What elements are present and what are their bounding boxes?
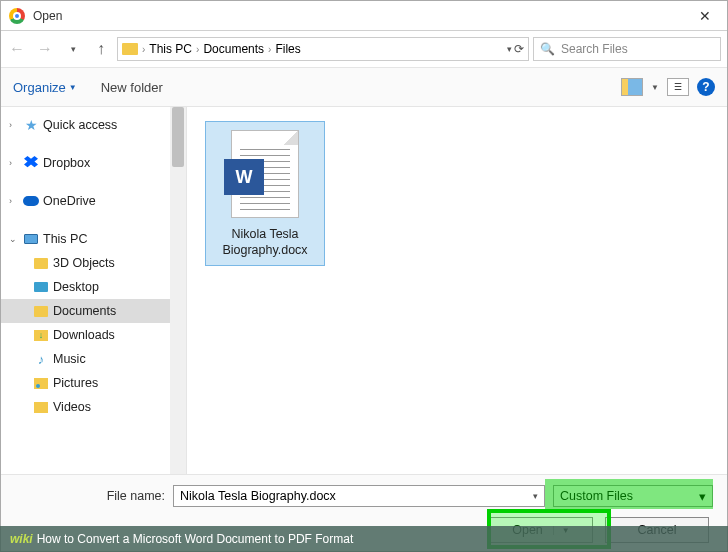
breadcrumb-item[interactable]: Files <box>275 42 300 56</box>
breadcrumb-item[interactable]: This PC <box>149 42 192 56</box>
sidebar-item-quick-access[interactable]: › ★ Quick access <box>1 113 186 137</box>
dropbox-icon <box>23 155 39 171</box>
sidebar-item-this-pc[interactable]: ⌄ This PC <box>1 227 186 251</box>
caret-icon: › <box>9 158 19 168</box>
caret-icon: › <box>9 196 19 206</box>
search-input[interactable]: 🔍 Search Files <box>533 37 721 61</box>
breadcrumb-item[interactable]: Documents <box>203 42 264 56</box>
sidebar-item-dropbox[interactable]: › Dropbox <box>1 151 186 175</box>
search-placeholder: Search Files <box>561 42 628 56</box>
downloads-icon <box>33 327 49 343</box>
file-pane[interactable]: W Nikola Tesla Biography.docx <box>187 107 727 474</box>
back-button[interactable]: ← <box>5 37 29 61</box>
filename-label: File name: <box>15 489 165 503</box>
view-controls: ▼ ☰ ? <box>621 78 715 96</box>
close-button[interactable]: ✕ <box>691 8 719 24</box>
chevron-down-icon: ▾ <box>699 489 706 504</box>
refresh-icon[interactable]: ⟳ <box>514 42 524 56</box>
titlebar: Open ✕ <box>1 1 727 31</box>
search-icon: 🔍 <box>540 42 555 56</box>
sidebar-item-onedrive[interactable]: › OneDrive <box>1 189 186 213</box>
up-button[interactable]: ↑ <box>89 37 113 61</box>
organize-button[interactable]: Organize ▼ <box>13 80 77 95</box>
sidebar-item-downloads[interactable]: Downloads <box>1 323 186 347</box>
file-name-label: Nikola Tesla Biography.docx <box>210 226 320 259</box>
caret-down-icon: ⌄ <box>9 234 19 244</box>
caret-icon: › <box>9 120 19 130</box>
file-item-selected[interactable]: W Nikola Tesla Biography.docx <box>205 121 325 266</box>
sidebar-item-pictures[interactable]: Pictures <box>1 371 186 395</box>
dialog-body: › ★ Quick access › Dropbox › OneDrive ⌄ … <box>1 107 727 474</box>
star-icon: ★ <box>23 117 39 133</box>
sidebar-scrollbar[interactable] <box>170 107 186 474</box>
videos-icon <box>33 399 49 415</box>
sidebar-item-music[interactable]: ♪ Music <box>1 347 186 371</box>
folder-icon <box>122 43 138 55</box>
file-type-filter[interactable]: Custom Files ▾ <box>553 485 713 507</box>
chevron-down-icon[interactable]: ▼ <box>651 83 659 92</box>
chevron-right-icon: › <box>196 44 199 55</box>
sidebar-item-3d-objects[interactable]: 3D Objects <box>1 251 186 275</box>
chevron-down-icon: ▼ <box>69 83 77 92</box>
view-thumbnails-button[interactable] <box>621 78 643 96</box>
recent-dropdown[interactable]: ▾ <box>61 37 85 61</box>
sidebar: › ★ Quick access › Dropbox › OneDrive ⌄ … <box>1 107 187 474</box>
desktop-icon <box>33 279 49 295</box>
forward-button[interactable]: → <box>33 37 57 61</box>
docx-icon: W <box>231 130 299 218</box>
wikihow-logo: wiki <box>10 532 33 546</box>
navbar: ← → ▾ ↑ › This PC › Documents › Files ▾ … <box>1 31 727 67</box>
view-details-button[interactable]: ☰ <box>667 78 689 96</box>
filename-input[interactable]: Nikola Tesla Biography.docx ▾ <box>173 485 545 507</box>
pictures-icon <box>33 375 49 391</box>
folder-icon <box>33 255 49 271</box>
music-icon: ♪ <box>33 351 49 367</box>
open-dialog: Open ✕ ← → ▾ ↑ › This PC › Documents › F… <box>0 0 728 552</box>
caption-text: How to Convert a Microsoft Word Document… <box>37 532 354 546</box>
chevron-down-icon[interactable]: ▾ <box>533 491 538 501</box>
pc-icon <box>23 231 39 247</box>
sidebar-item-desktop[interactable]: Desktop <box>1 275 186 299</box>
ca
(caption-bar): wiki How to Convert a Microsoft Word Doc… <box>0 526 728 552</box>
onedrive-icon <box>23 193 39 209</box>
sidebar-item-documents[interactable]: Documents <box>1 299 186 323</box>
folder-icon <box>33 303 49 319</box>
help-button[interactable]: ? <box>697 78 715 96</box>
toolbar: Organize ▼ New folder ▼ ☰ ? <box>1 67 727 107</box>
new-folder-button[interactable]: New folder <box>101 80 163 95</box>
dialog-title: Open <box>33 9 62 23</box>
chevron-right-icon: › <box>268 44 271 55</box>
chevron-down-icon[interactable]: ▾ <box>507 44 512 54</box>
chrome-icon <box>9 8 25 24</box>
sidebar-item-videos[interactable]: Videos <box>1 395 186 419</box>
breadcrumb[interactable]: › This PC › Documents › Files ▾ ⟳ <box>117 37 529 61</box>
chevron-right-icon: › <box>142 44 145 55</box>
